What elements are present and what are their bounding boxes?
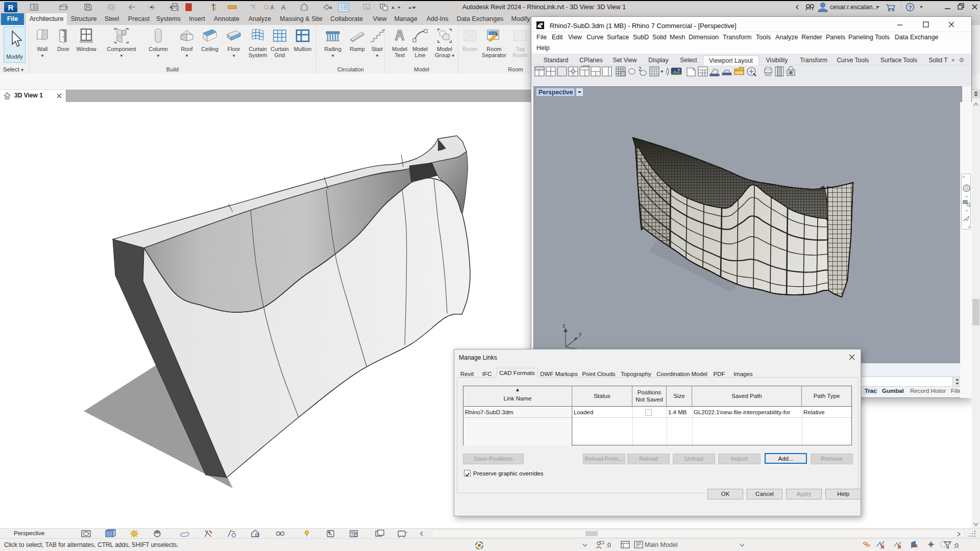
svg-text:z: z — [562, 322, 566, 329]
svg-text:cesar.r.escalan...: cesar.r.escalan... — [830, 4, 878, 11]
svg-text:y: y — [579, 331, 582, 337]
svg-text:A: A — [271, 5, 274, 10]
svg-text::0: :0 — [953, 542, 959, 549]
svg-text:?: ? — [908, 5, 912, 11]
svg-text::0: :0 — [606, 542, 611, 549]
svg-text:A: A — [281, 4, 286, 11]
svg-text:R: R — [8, 3, 14, 12]
